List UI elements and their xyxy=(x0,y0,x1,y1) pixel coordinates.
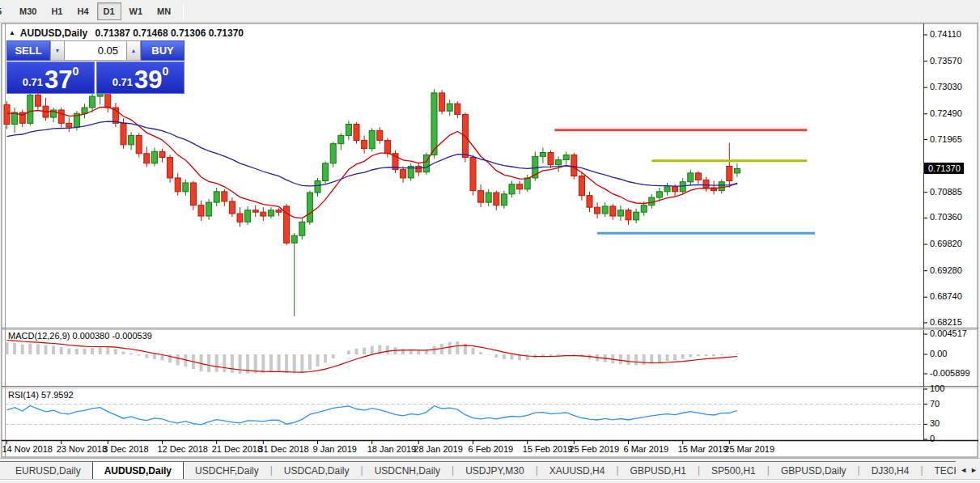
date-axis-label: 15 Feb 2019 xyxy=(523,444,573,454)
sell-price-panel[interactable]: 0.71 37 0 xyxy=(6,61,95,94)
macd-label: MACD(12,26,9) 0.000380 -0.000539 xyxy=(8,331,152,341)
date-axis-label: 14 Nov 2018 xyxy=(2,444,53,454)
date-axis-label: 25 Feb 2019 xyxy=(569,444,619,454)
chart-tab-tech100-h1[interactable]: TECH100,H1 xyxy=(923,462,957,479)
one-click-trading-widget: SELL ▼ ▲ BUY 0.71 37 0 0.71 39 0 xyxy=(6,40,185,94)
timeframe-button-w1[interactable]: W1 xyxy=(123,2,150,20)
chart-tab-gbpusd-h1[interactable]: GBPUSD,H1 xyxy=(619,462,698,479)
chart-tab-xauusd-h4[interactable]: XAUUSD,H4 xyxy=(538,462,617,479)
buy-price-prefix: 0.71 xyxy=(112,76,133,88)
price-scale-label: 0.70885 xyxy=(930,187,962,197)
macd-scale-label: -0.005899 xyxy=(930,368,970,378)
rsi-scale-label: 100 xyxy=(930,383,944,393)
collapse-arrow-icon[interactable]: ▲ xyxy=(9,29,15,36)
chart-tab-eurusd-daily[interactable]: EURUSD,Daily xyxy=(4,462,92,479)
sell-price-sup: 0 xyxy=(73,65,79,78)
chart-tab-usdjpy-m30[interactable]: USDJPY,M30 xyxy=(454,462,535,479)
current-price-badge: 0.71370 xyxy=(924,163,964,174)
chart-header: ▲ AUDUSD,Daily 0.71387 0.71468 0.71306 0… xyxy=(9,28,244,39)
chart-tab-sp500-h1[interactable]: SP500,H1 xyxy=(700,462,767,479)
tabs-scroll-left-icon[interactable]: ◄ xyxy=(960,465,967,475)
chart-tab-usdchf-daily[interactable]: USDCHF,Daily xyxy=(184,462,270,479)
rsi-scale-label: 70 xyxy=(930,399,940,409)
price-scale-label: 0.68215 xyxy=(930,317,962,327)
chart-tabs-bar: EURUSD,DailyAUDUSD,DailyUSDCHF,Daily|USD… xyxy=(0,458,980,483)
chart-tab-usdcad-daily[interactable]: USDCAD,Daily xyxy=(273,462,361,479)
rsi-scale-label: 30 xyxy=(930,418,940,428)
chart-symbol-label: AUDUSD,Daily xyxy=(20,28,87,39)
timeframe-button-h4[interactable]: H4 xyxy=(70,2,95,20)
date-axis-label: 18 Jan 2019 xyxy=(367,444,417,454)
price-scale-label: 0.71965 xyxy=(930,134,962,144)
price-scale-label: 0.69280 xyxy=(930,265,962,275)
date-axis-label: 31 Dec 2018 xyxy=(258,444,308,454)
price-scale-label: 0.70360 xyxy=(930,212,962,222)
timeframe-button-mn[interactable]: MN xyxy=(151,2,177,20)
timeframe-button-d1[interactable]: D1 xyxy=(97,2,121,20)
date-axis-label: 21 Dec 2018 xyxy=(212,444,262,454)
date-axis-label: 23 Nov 2018 xyxy=(57,444,107,454)
date-axis-label: 12 Dec 2018 xyxy=(158,444,208,454)
rsi-label: RSI(14) 57.9592 xyxy=(8,390,74,400)
chart-window: ▲ AUDUSD,Daily 0.71387 0.71468 0.71306 0… xyxy=(0,23,980,458)
chart-tab-gbpusd-daily[interactable]: GBPUSD,Daily xyxy=(770,462,858,479)
chart-tab-dj30-h4[interactable]: DJ30,H4 xyxy=(860,462,921,479)
macd-scale-label: 0.004517 xyxy=(930,328,967,338)
date-axis-label: 3 Dec 2018 xyxy=(103,444,148,454)
price-scale-label: 0.69820 xyxy=(930,239,962,248)
volume-increase-button[interactable]: ▲ xyxy=(126,40,141,61)
tab-scroll-arrows: ◄ ► xyxy=(960,465,978,475)
date-axis-label: 25 Mar 2019 xyxy=(724,444,774,454)
spinner-down-icon: ▼ xyxy=(55,48,61,53)
macd-scale-label: 0.00 xyxy=(930,349,947,358)
price-scale-label: 0.73570 xyxy=(930,56,962,66)
price-scale-label: 0.74110 xyxy=(930,29,961,39)
buy-price-big: 39 xyxy=(134,68,162,91)
chart-tabs: EURUSD,DailyAUDUSD,DailyUSDCHF,Daily|USD… xyxy=(0,461,956,479)
sell-button[interactable]: SELL xyxy=(6,40,50,61)
volume-decrease-button[interactable]: ▼ xyxy=(50,40,65,61)
buy-price-panel[interactable]: 0.71 39 0 xyxy=(96,61,185,94)
timeframe-toolbar: 5M30H1H4D1W1MN xyxy=(0,0,980,23)
mt4-terminal: { "toolbar": { "items": ["5","M30","H1",… xyxy=(0,0,980,483)
timeframe-button-m30[interactable]: M30 xyxy=(13,2,43,20)
toolbar-separator xyxy=(183,3,184,19)
date-axis-label: 6 Mar 2019 xyxy=(624,444,669,454)
date-axis-label: 15 Mar 2019 xyxy=(678,444,728,454)
date-axis-label: 6 Feb 2019 xyxy=(469,444,514,454)
price-scale-label: 0.73030 xyxy=(930,82,962,91)
tabs-scroll-right-icon[interactable]: ► xyxy=(970,465,978,475)
price-scale-label: 0.68740 xyxy=(930,291,962,301)
buy-button[interactable]: BUY xyxy=(141,40,185,61)
timeframe-button-5[interactable]: 5 xyxy=(0,2,11,20)
timeframe-button-h1[interactable]: H1 xyxy=(45,2,69,20)
chart-ohlc-values: 0.71387 0.71468 0.71306 0.71370 xyxy=(95,28,244,39)
chart-tab-audusd-daily[interactable]: AUDUSD,Daily xyxy=(92,461,184,479)
date-axis-label: 9 Jan 2019 xyxy=(313,444,357,454)
sell-price-prefix: 0.71 xyxy=(23,76,43,88)
rsi-scale-label: 0 xyxy=(930,434,935,443)
spinner-up-icon: ▲ xyxy=(131,48,137,53)
sell-price-big: 37 xyxy=(45,68,72,91)
volume-input[interactable] xyxy=(65,40,126,61)
chart-tab-usdcnh-daily[interactable]: USDCNH,Daily xyxy=(363,462,452,479)
price-scale-label: 0.72490 xyxy=(930,108,962,118)
date-axis-label: 28 Jan 2019 xyxy=(414,444,463,454)
buy-price-sup: 0 xyxy=(163,65,169,78)
